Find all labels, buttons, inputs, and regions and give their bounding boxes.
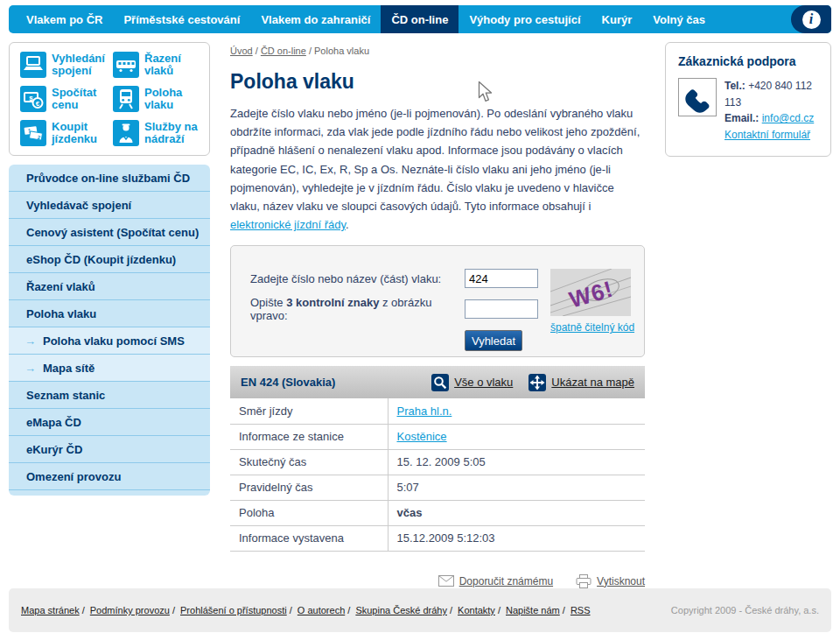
breadcrumb-current: Poloha vlaku (314, 46, 369, 56)
footer-link-napiste-nam[interactable]: Napište nám (506, 605, 560, 615)
search-button[interactable]: Vyhledat (465, 330, 522, 351)
quick-link-vyhledani-spojeni[interactable]: Vyhledání spojení (20, 52, 109, 78)
sidebar-subitem-poloha-sms[interactable]: → Poloha vlaku pomocí SMS (9, 327, 210, 355)
footer: Mapa stránek/ Podmínky provozu/ Prohláše… (9, 588, 831, 632)
page-actions: Doporučit známému Vytisknout (230, 574, 645, 588)
laptop-icon (20, 52, 46, 78)
footer-link-rss[interactable]: RSS (570, 605, 591, 615)
quick-link-koupit-jizdenku[interactable]: 12 Koupit jízdenku (20, 120, 109, 146)
train-cars-icon (113, 52, 139, 78)
svg-text:€: € (36, 100, 40, 108)
quick-link-poloha-vlaku[interactable]: Poloha vlaku (113, 86, 202, 112)
captcha-input[interactable] (465, 299, 538, 319)
nav-item-kuryr[interactable]: Kurýr (592, 5, 643, 33)
sidebar-item-vyhledavac-spojeni[interactable]: Vyhledávač spojení (9, 192, 210, 219)
train-info-table: Směr jízdy Praha hl.n. Informace ze stan… (230, 398, 645, 552)
quick-link-spocitat-cenu[interactable]: $€ Spočítat cenu (20, 86, 109, 112)
train-search-form: Zadejte číslo nebo název (část) vlaku: O… (230, 245, 645, 357)
footer-link-o-autorech[interactable]: O autorech (298, 605, 345, 615)
table-row: Informace vystavena 15.12.2009 5:12:03 (230, 525, 645, 551)
table-row: Informace ze stanice Kostěnice (230, 424, 645, 449)
quick-link-label: Vyhledání spojení (52, 53, 109, 78)
printer-icon (576, 574, 592, 588)
sidebar-subitem-label: Mapa sítě (43, 362, 94, 375)
quick-link-label: Koupit jízdenku (52, 121, 109, 146)
sidebar-item-pruvodce[interactable]: Průvodce on-line službami ČD (9, 165, 210, 192)
nav-item-vlakem-do-zahranici[interactable]: Vlakem do zahraničí (250, 5, 381, 33)
train-front-icon (113, 86, 139, 112)
arrow-right-icon: → (24, 334, 36, 348)
nav-item-vlakem-po-cr[interactable]: Vlakem po ČR (16, 5, 113, 33)
direction-station-link[interactable]: Praha hl.n. (397, 404, 452, 418)
sidebar: Vyhledání spojení Řazení vlaků $€ Spočít… (9, 42, 210, 496)
quick-links-box: Vyhledání spojení Řazení vlaků $€ Spočít… (9, 42, 210, 156)
table-row: Směr jízdy Praha hl.n. (230, 398, 645, 424)
quick-link-sluzby-na-nadrazi[interactable]: Služby na nádraží (113, 120, 202, 146)
sidebar-subitem-mapa-site[interactable]: → Mapa sítě (9, 355, 210, 382)
captcha-image: W6! (550, 269, 631, 316)
footer-link-kontakty[interactable]: Kontakty (458, 605, 495, 615)
sidebar-item-cenovy-asistent[interactable]: Cenový asistent (Spočítat cenu) (9, 219, 210, 246)
tickets-icon: 12 (20, 120, 46, 146)
main-content: Úvod / ČD on-line / Poloha vlaku Poloha … (230, 42, 645, 588)
show-on-map-link[interactable]: Ukázat na mapě (528, 374, 634, 391)
breadcrumb-link-uvod[interactable]: Úvod (230, 46, 253, 56)
print-link[interactable]: Vytisknout (576, 574, 645, 588)
nav-item-cd-online[interactable]: ČD on-line (381, 5, 458, 33)
all-about-train-link[interactable]: Vše o vlaku (431, 374, 513, 391)
sidebar-item-eshop[interactable]: eShop ČD (Koupit jízdenku) (9, 246, 210, 273)
footer-links: Mapa stránek/ Podmínky provozu/ Prohláše… (21, 605, 591, 615)
envelope-icon (438, 575, 454, 587)
footer-link-pristupnost[interactable]: Prohlášení o přístupnosti (180, 605, 287, 615)
support-title: Zákaznická podpora (678, 54, 820, 68)
customer-support-box: Zákaznická podpora Tel.: +420 840 112 11… (665, 42, 831, 157)
arrow-right-icon: → (24, 362, 36, 375)
top-navigation: Vlakem po ČR Příměstské cestování Vlakem… (9, 5, 831, 33)
intro-paragraph: Zadejte číslo vlaku nebo jméno (je-li po… (230, 104, 645, 234)
price-icon: $€ (20, 86, 46, 112)
sidebar-item-poloha-vlaku[interactable]: Poloha vlaku (9, 300, 210, 327)
info-station-link[interactable]: Kostěnice (397, 430, 447, 443)
nav-item-vyhody-pro-cestujici[interactable]: Výhody pro cestující (458, 5, 591, 33)
footer-link-podminky-provozu[interactable]: Podmínky provozu (90, 605, 170, 615)
magnifier-icon (431, 374, 449, 391)
quick-link-label: Služby na nádraží (144, 121, 202, 146)
unreadable-code-link[interactable]: špatně čitelný kód (550, 321, 647, 334)
sidebar-item-omezeni-provozu[interactable]: Omezení provozu (9, 463, 210, 490)
contact-form-link[interactable]: Kontaktní formulář (724, 129, 810, 141)
captcha-label: Opište 3 kontrolní znaky z obrázku vprav… (250, 296, 465, 322)
footer-link-skupina-cd[interactable]: Skupina České dráhy (355, 605, 447, 615)
email-link[interactable]: info@cd.cz (762, 112, 815, 124)
nav-item-volny-cas[interactable]: Volný čas (642, 5, 716, 33)
table-row: Poloha včas (230, 500, 645, 525)
quick-link-label: Řazení vlaků (144, 53, 202, 78)
phone-icon (678, 78, 717, 116)
electronic-timetables-link[interactable]: elektronické jízdní řády (230, 218, 346, 231)
breadcrumb: Úvod / ČD on-line / Poloha vlaku (230, 46, 645, 56)
sidebar-item-razeni-vlaku[interactable]: Řazení vlaků (9, 273, 210, 300)
train-number-input[interactable] (465, 269, 538, 288)
right-column: Zákaznická podpora Tel.: +420 840 112 11… (665, 42, 831, 157)
sidebar-subitem-label: Poloha vlaku pomocí SMS (43, 334, 185, 348)
support-email: Email.: info@cd.cz (724, 110, 820, 127)
sidebar-item-emapa[interactable]: eMapa ČD (9, 409, 210, 436)
result-header: EN 424 (Slovakia) Vše o vlaku Ukázat na … (230, 366, 645, 398)
footer-link-mapa-stranek[interactable]: Mapa stránek (21, 605, 80, 615)
quick-link-label: Spočítat cenu (52, 87, 109, 112)
table-row: Skutečný čas 15. 12. 2009 5:05 (230, 449, 645, 475)
sidebar-item-seznam-stanic[interactable]: Seznam stanic (9, 382, 210, 409)
info-button[interactable]: i (791, 5, 831, 33)
status-badge: včas (397, 506, 423, 519)
sidebar-item-ekuryr[interactable]: eKurýr ČD (9, 436, 210, 463)
info-icon: i (802, 11, 821, 29)
breadcrumb-link-cd-online[interactable]: ČD on-line (261, 46, 306, 56)
sidebar-menu: Průvodce on-line službami ČD Vyhledávač … (9, 165, 210, 496)
recommend-link[interactable]: Doporučit známému (438, 574, 553, 588)
map-move-icon (528, 374, 546, 391)
quick-link-razeni-vlaku[interactable]: Řazení vlaků (113, 52, 202, 78)
page-title: Poloha vlaku (230, 70, 645, 94)
nav-item-primestske-cestovani[interactable]: Příměstské cestování (113, 5, 250, 33)
copyright-text: Copyright 2009 - České dráhy, a.s. (671, 605, 819, 615)
station-staff-icon (113, 120, 139, 146)
train-number-label: Zadejte číslo nebo název (část) vlaku: (250, 272, 465, 285)
